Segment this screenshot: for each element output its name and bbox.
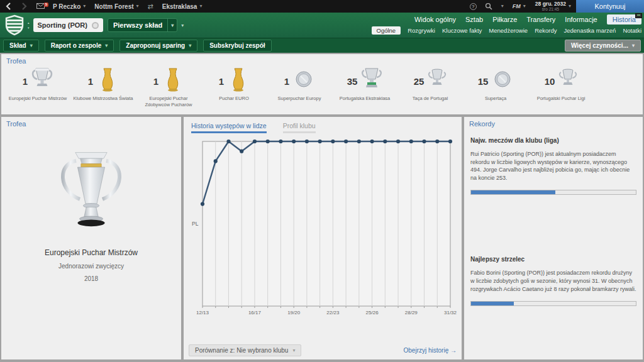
silver-cup-small-icon [428, 67, 447, 96]
subtab-kluczowe-fakty[interactable]: Kluczowe fakty [442, 27, 482, 34]
search-button[interactable] [480, 0, 497, 13]
view-history-link[interactable]: Obejrzyj historię → [404, 347, 457, 354]
silver-cup-green-icon [361, 67, 382, 96]
trophy-name: Portugalski Puchar Ligi [537, 96, 586, 102]
trophy-name: Superpuchar Europy [278, 96, 321, 102]
squad-selector[interactable]: Pierwszy skład ▾ [108, 18, 177, 32]
record-heading: Najlepszy strzelec [470, 256, 636, 263]
help-button[interactable]: ? [470, 3, 477, 10]
continue-button[interactable]: Kontynuuj [576, 0, 644, 13]
league-history-chart: 12/1316/1719/2022/2325/2628/2931/32PL [189, 136, 457, 322]
trophy-item-klubowe-mistrzostwa-świata: 1Klubowe Mistrzostwa Świata [70, 67, 136, 102]
subtab-notatki[interactable]: Notatki [623, 27, 641, 34]
records-title: Rekordy [464, 117, 643, 129]
fm-menu[interactable]: FM ▾ [508, 0, 530, 13]
trophy-name: Puchar EURO [219, 96, 249, 102]
chevron-down-icon: ▾ [292, 348, 295, 353]
chevron-left-icon [5, 3, 11, 10]
record-text: Fabio Borini (Sporting (POR)) jest posia… [470, 269, 636, 293]
top-bar: 5 P Reczko ▾ Nottm Forest ▾ ⇄ Ekstraklas… [0, 0, 644, 13]
record-heading: Najw. meczów dla klubu (liga) [470, 137, 636, 144]
subtab-rekordy[interactable]: Rekordy [535, 27, 557, 34]
club-selector[interactable]: Nottm Forest ▾ [90, 0, 143, 13]
search-icon [485, 3, 492, 10]
manager-selector[interactable]: P Reczko ▾ [48, 0, 90, 13]
history-tab-historia-występów-w-lidze[interactable]: Historia występów w lidze [191, 122, 267, 133]
tab-transfery[interactable]: Transfery [526, 16, 555, 23]
window-icon[interactable] [635, 13, 642, 18]
current-time: śro 21:45 [542, 7, 559, 11]
tab-sztab[interactable]: Sztab [465, 16, 483, 23]
toolbar-button-skład[interactable]: Skład▾ [3, 40, 39, 52]
inbox-button[interactable]: 5 [33, 3, 48, 10]
chevron-down-icon: ▾ [569, 4, 571, 9]
date-widget[interactable]: 28 gru. 2032 śro 21:45 ▾ [530, 1, 576, 11]
date-time: 28 gru. 2032 śro 21:45 [535, 1, 566, 11]
records-panel: Rekordy Najw. meczów dla klubu (liga)Rui… [464, 117, 643, 359]
action-toolbar: Skład▾Raport o zespole▾Zaproponuj sparin… [0, 38, 644, 53]
trophies-strip-panel: Trofea 1Europejski Puchar Mistrzów1Klubo… [1, 54, 643, 114]
records-list: Najw. meczów dla klubu (liga)Rui Patrici… [464, 137, 643, 306]
more-actions-button[interactable]: Więcej czynności... ▾ [565, 40, 641, 52]
subtab-jedenastka-marzeń[interactable]: Jedenastka marzeń [564, 27, 616, 34]
toolbar-button-zaproponuj-sparing[interactable]: Zaproponuj sparing▾ [119, 40, 197, 52]
toolbar-button-subskrybuj-zespół[interactable]: Subskrybuj zespół [203, 40, 271, 52]
back-button[interactable] [0, 0, 16, 13]
trophy-item-portugalski-puchar-ligi: 10Portugalski Puchar Ligi [528, 67, 594, 102]
trophy-count: 1 [88, 76, 93, 87]
competition-selector[interactable]: Ekstraklasa ▾ [158, 0, 207, 13]
swap-club-button[interactable]: ⇄ [143, 0, 158, 13]
subtab-menedżerowie[interactable]: Menedżerowie [489, 27, 528, 34]
subtab-ogólne[interactable]: Ogólne [372, 26, 401, 35]
main-tabs-row: Widok ogólnySztabPiłkarzeTransferyInform… [414, 14, 641, 25]
chevron-down-icon: ▾ [136, 4, 139, 9]
question-icon: ? [472, 4, 474, 9]
quick-flicks-dropdown[interactable]: ▾ [497, 0, 508, 13]
chevron-right-icon [21, 3, 28, 10]
club-name-field[interactable]: Sporting (POR) [33, 18, 103, 32]
club-cycle-arrows[interactable]: ▴ ▾ [28, 21, 30, 30]
trophy-name: Europejski Puchar Mistrzów [9, 96, 67, 102]
trophy-count: 35 [347, 76, 358, 87]
history-tabs: Historia występów w lidzeProfil klubu [184, 117, 462, 133]
chevron-down-icon: ▾ [189, 43, 191, 48]
trophy-name: Europejski Puchar Mistrzów [1, 248, 181, 257]
chevron-down-icon: ▾ [632, 43, 635, 48]
swap-icon: ⇄ [148, 3, 153, 11]
tab-informacje[interactable]: Informacje [565, 16, 597, 23]
trophy-name: Taça de Portugal [413, 96, 448, 102]
toolbar-button-label: Raport o zespole [51, 42, 102, 49]
svg-text:28/29: 28/29 [405, 310, 418, 315]
club-header: ▴ ▾ Sporting (POR) Pierwszy skład ▾ ▾ Wi… [0, 13, 644, 38]
record-najw-meczów-dla-klubu-liga: Najw. meczów dla klubu (liga)Rui Patrici… [464, 137, 643, 195]
subtab-rozgrywki[interactable]: Rozgrywki [408, 27, 435, 34]
record-text: Rui Patricio (Sporting (POR)) jest aktua… [470, 150, 636, 182]
gold-column-icon [162, 67, 184, 96]
header-extra-dropdown[interactable]: ▾ [181, 23, 184, 28]
sub-tabs-row: OgólneRozgrywkiKluczowe faktyMenedżerowi… [372, 26, 642, 35]
trophy-item-europejski-puchar-mistrzów: 1Europejski Puchar Mistrzów [5, 67, 70, 102]
caret-down-icon: ▾ [28, 26, 30, 30]
tab-piłkarze[interactable]: Piłkarze [492, 16, 517, 23]
tab-widok-ogólny[interactable]: Widok ogólny [414, 16, 456, 23]
chevron-down-icon: ▾ [30, 43, 33, 48]
toolbar-button-raport-o-zespole[interactable]: Raport o zespole▾ [45, 40, 114, 52]
silver-disc-icon [293, 67, 314, 96]
svg-text:PL: PL [192, 221, 199, 227]
manager-name: P Reczko [53, 3, 80, 10]
comparison-label: Porównanie z: Nie wybrano klubu [195, 347, 288, 354]
chevron-down-icon: ▾ [501, 4, 504, 9]
history-tab-profil-klubu[interactable]: Profil klubu [283, 122, 316, 133]
comparison-dropdown[interactable]: Porównanie z: Nie wybrano klubu ▾ [189, 344, 301, 356]
fm-logo: FM [513, 3, 521, 9]
chevron-down-icon: ▾ [523, 4, 526, 9]
toolbar-button-label: Zaproponuj sparing [126, 42, 185, 49]
record-progress-fill [471, 302, 514, 305]
inbox-count-badge: 5 [44, 3, 48, 7]
gold-column-icon [228, 67, 249, 96]
trophy-count: 10 [545, 76, 555, 87]
silver-disc-icon [492, 67, 513, 96]
forward-button[interactable] [16, 0, 33, 13]
top-bar-right: ? ▾ FM ▾ 28 gru. 2032 śro 21:45 ▾ Kontyn… [466, 0, 644, 13]
trophy-count: 15 [478, 76, 489, 87]
